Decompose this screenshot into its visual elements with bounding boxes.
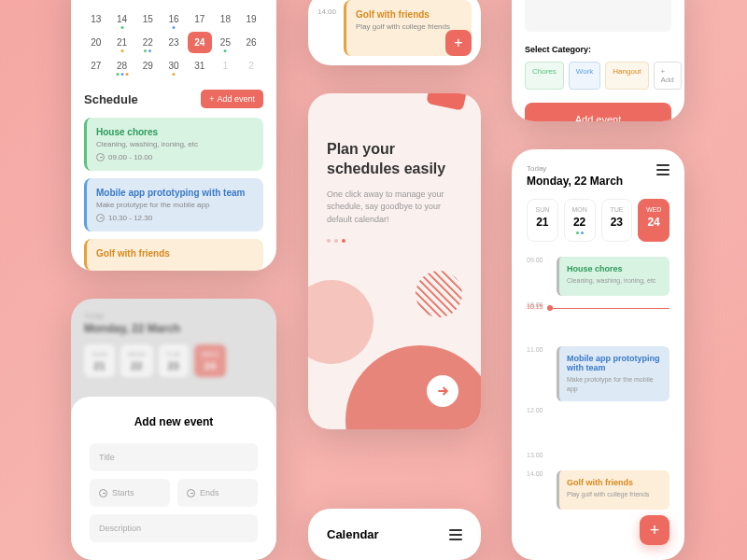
screen-day-view: Today Monday, 22 March SUN21 MON22 TUE23… (512, 149, 684, 560)
screen-onboarding: Plan your schedules easily One click awa… (308, 93, 481, 429)
cal-day[interactable]: 15 (135, 8, 160, 30)
event-card[interactable]: House chores Cleaning, washing, ironing,… (84, 118, 263, 171)
cal-day[interactable]: 26 (239, 32, 263, 53)
plus-icon: + (209, 94, 214, 104)
schedule-heading: Schedule (84, 92, 138, 106)
category-label: Select Category: (525, 45, 671, 54)
cal-day[interactable]: 19 (239, 8, 263, 30)
cal-day[interactable]: 9 (162, 0, 186, 7)
cal-day[interactable]: 22 (135, 32, 160, 53)
add-event-button[interactable]: +Add event (201, 90, 263, 108)
cal-day[interactable]: 10 (188, 0, 212, 7)
menu-icon[interactable] (449, 529, 462, 540)
screen-add-event: Today Monday, 22 March SUN21 MON22 TUE23… (71, 299, 276, 560)
now-indicator (551, 308, 669, 309)
onboarding-subtitle: One click away to manage your schedule, … (327, 189, 462, 227)
today-label: Today (527, 164, 623, 173)
cal-day[interactable]: 14 (110, 8, 134, 30)
cal-day[interactable]: 28 (110, 55, 134, 77)
screen-calendar-schedule: 6789101112 13141516171819 20212223242526… (71, 0, 276, 271)
cal-day[interactable]: 11 (214, 0, 238, 7)
modal-title: Add new event (90, 415, 258, 428)
add-button[interactable]: + (445, 30, 472, 56)
cal-day[interactable]: 6 (84, 0, 108, 7)
day-pill[interactable]: MON22 (564, 199, 596, 242)
day-pill[interactable]: SUN21 (527, 199, 558, 242)
cal-day[interactable]: 25 (214, 32, 238, 53)
cal-day[interactable]: 1 (214, 55, 238, 77)
clock-icon (96, 214, 105, 222)
cal-day[interactable]: 13 (84, 8, 108, 30)
timeline-event[interactable]: House choresCleaning, washing, ironing, … (557, 257, 669, 296)
add-event-modal: Add new event Title Starts Ends Descript… (71, 397, 276, 560)
screen-calendar-header: Calendar (308, 509, 481, 560)
illustration (308, 261, 481, 429)
cal-day[interactable]: 17 (188, 8, 212, 30)
ends-input[interactable]: Ends (177, 479, 258, 507)
cal-day[interactable]: 7 (110, 0, 134, 7)
add-event-button[interactable]: Add event (525, 103, 671, 121)
clock-icon (96, 153, 105, 161)
cal-day[interactable]: 21 (110, 32, 134, 53)
day-pill[interactable]: TUE23 (601, 199, 633, 242)
cal-day-selected[interactable]: 24 (188, 32, 212, 53)
onboarding-title: Plan your schedules easily (327, 140, 462, 179)
pagination-dots (327, 239, 462, 243)
timeline-event[interactable]: Mobile app prototyping with teamMake pro… (557, 346, 669, 401)
day-pill-selected[interactable]: WED24 (638, 199, 669, 242)
cal-day[interactable]: 27 (84, 55, 108, 77)
page-title: Calendar (327, 527, 379, 541)
title-input[interactable]: Title (90, 443, 258, 471)
clock-icon (187, 489, 195, 497)
add-button[interactable]: + (640, 515, 669, 545)
cal-day[interactable]: 8 (135, 0, 160, 7)
next-button[interactable] (427, 375, 458, 407)
time-label: 14.00 (317, 0, 336, 56)
now-label: 10.15 (527, 303, 543, 310)
add-category-chip[interactable]: + Add (654, 62, 682, 90)
cal-day[interactable]: 20 (84, 32, 108, 53)
starts-input[interactable]: Starts (90, 479, 170, 507)
menu-icon[interactable] (656, 164, 669, 188)
timeline-event[interactable]: Golf with friendsPlay golf with college … (557, 470, 669, 510)
calendar-icon (426, 93, 470, 111)
cal-day[interactable]: 16 (162, 8, 186, 30)
calendar-grid: 6789101112 13141516171819 20212223242526… (84, 0, 263, 77)
event-card[interactable]: Mobile app prototyping with team Make pr… (84, 178, 263, 231)
cal-day[interactable]: 23 (162, 32, 186, 53)
cal-day[interactable]: 18 (214, 8, 238, 30)
cal-day[interactable]: 31 (188, 55, 212, 77)
arrow-right-icon (435, 384, 450, 399)
cal-day[interactable]: 29 (135, 55, 160, 77)
text-area[interactable] (525, 0, 671, 32)
timeline: 09.00 House choresCleaning, washing, iro… (527, 257, 669, 515)
description-input[interactable]: Description (90, 514, 258, 542)
category-chip[interactable]: Hangout (605, 62, 648, 90)
date-heading: Monday, 22 March (527, 175, 623, 188)
cal-day[interactable]: 2 (239, 55, 263, 77)
event-card[interactable]: Golf with friends (84, 239, 263, 271)
category-chip[interactable]: Chores (525, 62, 564, 90)
screen-event-snippet: 14.00 Golf with friends Play golf with c… (308, 0, 481, 65)
cal-day[interactable]: 30 (162, 55, 186, 77)
category-chip[interactable]: Work (569, 62, 601, 90)
screen-categories: Select Category: Chores Work Hangout + A… (512, 0, 684, 121)
cal-day[interactable]: 12 (239, 0, 263, 7)
clock-icon (99, 489, 107, 497)
